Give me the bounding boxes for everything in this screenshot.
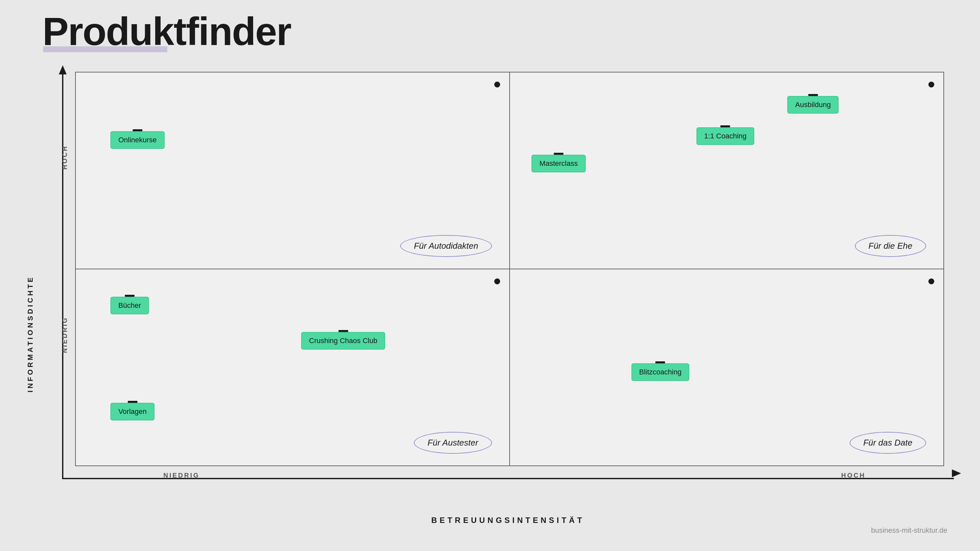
x-hoch-label: HOCH xyxy=(841,472,865,479)
quadrant-top-right: Masterclass 1:1 Coaching Ausbildung Für … xyxy=(510,72,944,269)
x-axis-label: BETREUUNGSINTENSITÄT xyxy=(62,516,954,525)
x-niedrig-label: NIEDRIG xyxy=(163,472,200,479)
quadrant-tr-dot xyxy=(928,82,934,87)
product-blitzcoaching[interactable]: Blitzcoaching xyxy=(632,363,690,381)
product-onlinekurse[interactable]: Onlinekurse xyxy=(110,131,164,149)
quadrant-top-left: Onlinekurse Für Autodidakten xyxy=(75,72,510,269)
quadrant-br-dot xyxy=(928,278,934,284)
footer-url: business-mit-struktur.de xyxy=(871,526,947,535)
label-autodidakten: Für Autodidakten xyxy=(400,235,492,257)
quadrant-tl-dot xyxy=(494,82,500,87)
quadrant-grid: Onlinekurse Für Autodidakten Masterclass… xyxy=(75,72,944,466)
title-underline xyxy=(43,46,167,52)
label-date: Für das Date xyxy=(850,432,926,454)
x-axis-arrow xyxy=(952,469,961,477)
page-container: Produktfinder INFORMATIONSDICHTE BETREUU… xyxy=(0,0,980,551)
product-ausbildung[interactable]: Ausbildung xyxy=(787,96,838,114)
product-masterclass[interactable]: Masterclass xyxy=(531,155,585,172)
quadrant-bottom-left: Bücher Crushing Chaos Club Vorlagen Für … xyxy=(75,269,510,466)
chart-area: INFORMATIONSDICHTE BETREUUNGSINTENSITÄT … xyxy=(43,72,954,499)
y-axis-label-container: INFORMATIONSDICHTE xyxy=(33,72,49,479)
y-axis-label: INFORMATIONSDICHTE xyxy=(26,275,35,392)
quadrant-bl-dot xyxy=(494,278,500,284)
product-coaching[interactable]: 1:1 Coaching xyxy=(697,127,755,145)
product-buecher[interactable]: Bücher xyxy=(110,297,149,314)
label-ehe: Für die Ehe xyxy=(855,235,926,257)
product-crushing-chaos-club[interactable]: Crushing Chaos Club xyxy=(301,332,385,349)
y-hoch-label: HOCH xyxy=(61,145,68,170)
y-niedrig-label: NIEDRIG xyxy=(61,317,68,353)
quadrant-bottom-right: Blitzcoaching Für das Date xyxy=(510,269,944,466)
title-area: Produktfinder xyxy=(43,10,291,52)
product-vorlagen[interactable]: Vorlagen xyxy=(110,403,154,421)
label-austester: Für Austester xyxy=(414,432,492,454)
y-axis xyxy=(62,72,64,479)
y-axis-arrow xyxy=(59,65,67,75)
